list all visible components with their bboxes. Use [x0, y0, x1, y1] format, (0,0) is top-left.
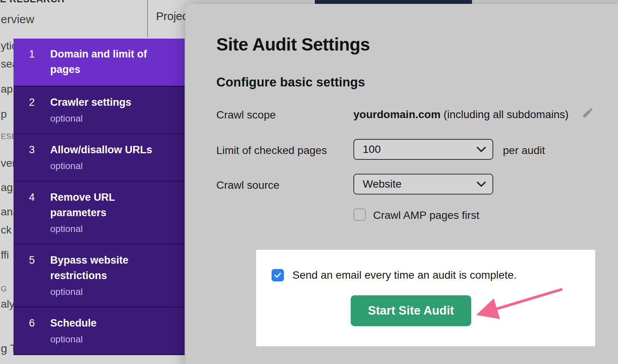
step-label: Schedule	[50, 315, 171, 331]
email-notify-checkbox[interactable]	[272, 269, 284, 281]
step-optional-tag: optional	[50, 223, 171, 235]
step-optional-tag: optional	[50, 160, 171, 172]
crawl-scope-domain: yourdomain.com	[353, 108, 441, 120]
step-optional-tag: optional	[50, 333, 171, 345]
step-number: 3	[14, 142, 50, 157]
step-number: 4	[14, 190, 50, 205]
email-notify-label: Send an email every time an audit is com…	[292, 269, 517, 281]
step-label: Allow/disallow URLs	[50, 142, 171, 157]
wizard-step-remove-url-parameters[interactable]: 4 Remove URL parameters optional	[14, 182, 185, 245]
crawl-source-dropdown[interactable]: Website	[353, 174, 493, 195]
sidebar-fragment: aly	[1, 298, 15, 310]
crawl-source-label: Crawl source	[216, 179, 279, 191]
limit-pages-value: 100	[363, 143, 381, 156]
per-audit-suffix: per audit	[503, 144, 545, 157]
sidebar-fragment: agi	[1, 181, 15, 194]
edit-pencil-icon[interactable]	[582, 107, 594, 119]
step-number: 2	[14, 95, 50, 110]
projects-tab-clipped[interactable]: Projec	[156, 10, 188, 23]
step-label: Remove URL parameters	[50, 190, 171, 220]
sidebar-item-overview-clipped: erview	[1, 13, 34, 26]
step-label: Domain and limit of pages	[50, 46, 171, 77]
crawl-amp-label: Crawl AMP pages first	[373, 209, 479, 222]
screen: { "background": { "top_left_fragment": "…	[0, 0, 618, 364]
email-and-start-callout: Send an email every time an audit is com…	[256, 250, 595, 346]
step-number: 6	[14, 315, 50, 331]
wizard-step-domain-and-limit[interactable]: 1 Domain and limit of pages	[14, 39, 185, 87]
sidebar-fragment: ck	[1, 224, 12, 236]
wizard-steps-panel: 1 Domain and limit of pages 2 Crawler se…	[14, 39, 185, 355]
wizard-step-allow-disallow-urls[interactable]: 3 Allow/disallow URLs optional	[14, 134, 185, 182]
step-optional-tag: optional	[50, 286, 171, 298]
step-number: 1	[14, 46, 50, 62]
crawl-scope-value: yourdomain.com (including all subdomains…	[353, 108, 569, 121]
sidebar-fragment: p	[1, 108, 7, 120]
step-optional-tag: optional	[50, 112, 171, 125]
sidebar-section-fragment: G	[1, 284, 7, 293]
crawl-scope-subdomains-note: (including all subdomains)	[441, 108, 569, 120]
sidebar-fragment: ap	[1, 83, 13, 95]
wizard-step-bypass-restrictions[interactable]: 5 Bypass website restrictions optional	[14, 245, 185, 308]
step-label: Bypass website restrictions	[50, 252, 171, 283]
sidebar-fragment: ffi	[1, 249, 9, 261]
chevron-down-icon	[476, 181, 486, 187]
start-site-audit-button[interactable]: Start Site Audit	[351, 295, 471, 326]
clipped-section-heading: E RESEARCH	[0, 0, 85, 4]
section-title: Configure basic settings	[216, 75, 365, 90]
limit-pages-dropdown[interactable]: 100	[353, 139, 493, 160]
site-audit-settings-modal: Site Audit Settings Configure basic sett…	[185, 4, 618, 364]
header-divider	[147, 0, 148, 37]
crawl-amp-checkbox[interactable]	[353, 208, 366, 221]
wizard-step-schedule[interactable]: 6 Schedule optional	[14, 308, 185, 355]
crawl-source-value: Website	[363, 178, 402, 190]
checkmark-icon	[274, 273, 281, 278]
wizard-step-crawler-settings[interactable]: 2 Crawler settings optional	[14, 87, 185, 134]
step-label: Crawler settings	[50, 95, 171, 110]
limit-pages-label: Limit of checked pages	[216, 144, 327, 157]
step-number: 5	[14, 252, 50, 268]
modal-title: Site Audit Settings	[216, 34, 370, 55]
chevron-down-icon	[476, 146, 486, 152]
crawl-scope-label: Crawl scope	[216, 109, 276, 121]
